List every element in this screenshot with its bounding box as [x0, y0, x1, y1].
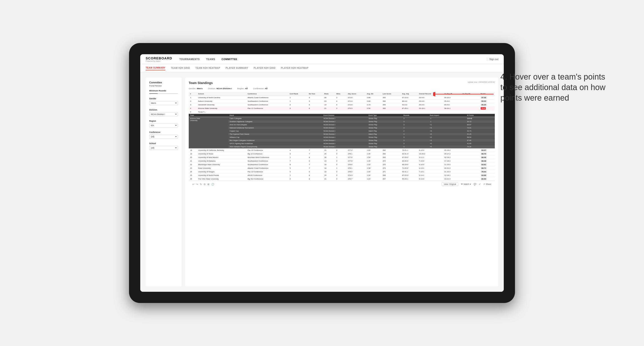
wins: 0 — [335, 152, 347, 156]
avg-adj: 63-5-0 — [401, 103, 418, 107]
tab-player-summary[interactable]: PLAYER SUMMARY — [226, 66, 248, 70]
tooltip-division: NCAA Division I — [322, 139, 367, 142]
conference: Mountain West Conference — [246, 156, 288, 159]
avg-sg: 1.22 — [366, 177, 382, 181]
points[interactable]: 80.94 — [479, 177, 495, 181]
main-content: Committee Portal Review Minimum Rounds G… — [140, 72, 504, 292]
paste-icon[interactable]: ⊕ — [207, 183, 209, 186]
adj-score: 272.6 — [346, 103, 366, 107]
sidebar-select-conference[interactable]: (All) — [149, 135, 178, 139]
low-score: 262 — [381, 96, 400, 100]
vs-top50 — [461, 177, 479, 181]
tooltip-division: NCAA Division I — [322, 142, 367, 145]
tooltip-team: Arizona StateUniversity — [189, 117, 228, 148]
conference: Southeastern Conference — [246, 159, 288, 163]
min-rounds-slider[interactable] — [149, 93, 178, 94]
overall: 9-14-0 — [418, 177, 443, 181]
col-avg-sg: Avg. SG — [366, 92, 382, 96]
points[interactable]: 83.89 — [479, 174, 495, 177]
sidebar-section-region: Region N/A — [149, 120, 178, 128]
tooltip-division: NCAA Division I — [322, 145, 367, 148]
conference: Southeastern Conference — [246, 100, 288, 103]
watch-button[interactable]: 👁 Watch ▾ — [461, 183, 471, 185]
vs-top25: 65-5-0 — [443, 103, 461, 107]
col-no-tour: No Tour — [308, 92, 323, 96]
annotation-area: 4. Hover over a team's points to see add… — [500, 72, 617, 103]
logo-text: SCOREBOARD — [146, 56, 172, 60]
conference: ASUN Conference — [246, 174, 288, 177]
rnds: 18 — [323, 163, 335, 167]
no-tour: 8 — [308, 156, 323, 159]
points-highlighted[interactable]: 79.5 — [479, 107, 495, 110]
avg-sg: 2.86 — [366, 96, 382, 100]
table-row: 21 University of Alabama Southeastern Co… — [189, 159, 495, 163]
low-score: 267 — [381, 177, 400, 181]
adj-score: 278.6 — [346, 163, 366, 167]
filters-row: Gender: Men's Division: NCAA Division I … — [189, 87, 495, 90]
points[interactable]: 88.49 — [479, 156, 495, 159]
tooltip-division: NCAA Division I — [322, 123, 367, 126]
tooltip-event: Amer An Intercollegiate — [228, 123, 322, 126]
points[interactable]: 88.70 — [479, 152, 495, 156]
avg-adj: 42-20-0 — [401, 159, 418, 163]
nav-committee[interactable]: COMMITTEE — [222, 57, 238, 61]
points[interactable]: 88.48 — [479, 159, 495, 163]
comment-button[interactable]: 💬 — [474, 183, 476, 185]
undo-icon[interactable]: ↩ — [192, 183, 194, 186]
nav-tournaments[interactable]: TOURNAMENTS — [179, 57, 200, 61]
overall: 33-19-1 — [418, 107, 443, 110]
points[interactable]: 88.71 — [479, 167, 495, 170]
sidebar-select-region[interactable]: N/A — [149, 124, 178, 128]
school: University of Oregon — [197, 170, 246, 174]
redo-icon[interactable]: ↪ — [196, 183, 198, 186]
low-score: 272 — [381, 159, 400, 163]
expand-button[interactable]: ⤢ — [479, 183, 481, 185]
filter-gender: Gender: Men's — [189, 87, 202, 90]
tooltip-rounds: 3 — [402, 136, 428, 139]
rnds: 21 — [323, 177, 335, 181]
tab-team-summary[interactable]: TEAM SUMMARY — [146, 66, 166, 70]
no-tour: 8 — [308, 103, 323, 107]
low-score: 271 — [381, 170, 400, 174]
sidebar-label-conference: Conference — [149, 131, 178, 133]
clock-icon[interactable]: 🕐 — [211, 183, 214, 186]
sidebar-select-gender[interactable]: Men's — [149, 101, 178, 105]
tooltip-col-header: Team Event Event Division Event Type Rou… — [189, 114, 495, 117]
copy-icon[interactable]: ⧉ — [204, 183, 206, 186]
tooltip-row: Williams Cup NCAA Division I Stroke Play… — [189, 136, 495, 139]
col-low-score: Low Score — [381, 92, 400, 96]
vs-top25: 13-21-0 — [443, 177, 461, 181]
tab-player-h2h-heatmap[interactable]: PLAYER H2H HEATMAP — [281, 66, 308, 70]
points[interactable]: 80.20 — [479, 103, 495, 107]
tooltip-event: The Cypress Point Classic — [228, 133, 322, 136]
sign-out-link[interactable]: Sign out — [490, 58, 498, 60]
table-row: 20 University of New Mexico Mountain Wes… — [189, 156, 495, 159]
nav-teams[interactable]: TEAMS — [206, 57, 215, 61]
share-button[interactable]: ↗ Share — [483, 183, 491, 185]
conf-rank: 2 — [288, 177, 308, 181]
rank: 22 — [189, 163, 197, 167]
tab-team-h2h-grid[interactable]: TEAM H2H GRID — [171, 66, 190, 70]
tooltip-row: Arizona StateUniversity Cabo Collegiate … — [189, 117, 495, 120]
points[interactable]: 78.54 — [479, 170, 495, 174]
rnds: 23 — [323, 100, 335, 103]
avg-sg: 1.45 — [366, 159, 382, 163]
no-tour: 9 — [308, 100, 323, 103]
refresh-icon[interactable]: ↻ — [200, 183, 202, 186]
tooltip-event: Cabo Collegiate — [228, 117, 322, 120]
wins: 0 — [335, 170, 347, 174]
sidebar-select-school[interactable]: (All) — [149, 146, 178, 150]
panel-title: Team Standings — [189, 81, 213, 85]
tooltip-col-rounds: Rounds — [402, 114, 428, 117]
chevron-icon: ▾ — [470, 183, 471, 185]
sidebar-select-division[interactable]: NCAA Division I — [149, 112, 178, 116]
sidebar-section-gender: Gender Men's — [149, 97, 178, 105]
view-selector[interactable]: View: Original — [442, 182, 458, 186]
points[interactable]: 93.31 — [479, 100, 495, 103]
tab-team-h2h-heatmap[interactable]: TEAM H2H HEATMAP — [196, 66, 220, 70]
points[interactable]: 83.81 — [479, 163, 495, 167]
tab-player-h2h-grid[interactable]: PLAYER H2H GRID — [254, 66, 276, 70]
tooltip-col-type: Event Type — [367, 114, 402, 117]
points[interactable]: 83.07 — [479, 149, 495, 152]
adj-score: 277.6 — [346, 156, 366, 159]
